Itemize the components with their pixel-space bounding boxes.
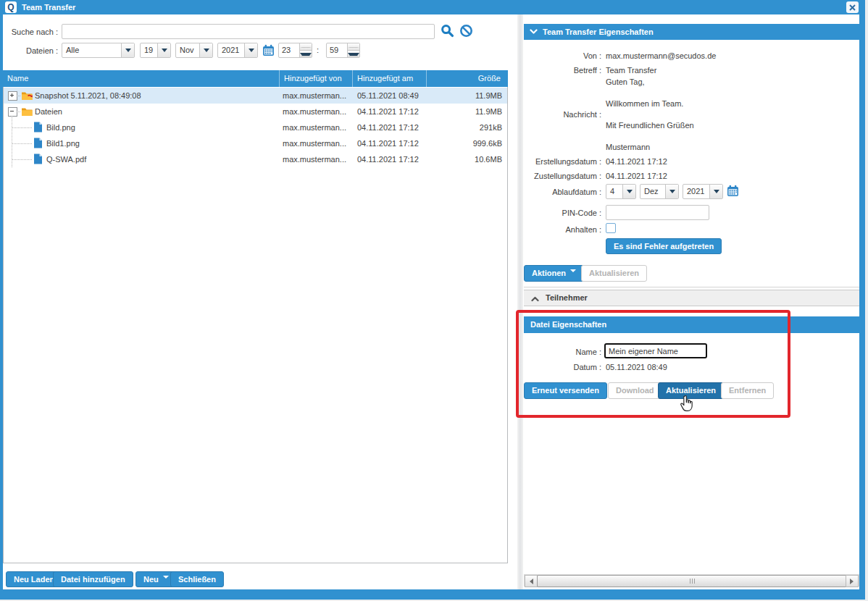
time-separator: : [317, 45, 319, 56]
expiry-label: Ablaufdatum : [524, 187, 601, 198]
spin-up-icon[interactable] [348, 43, 359, 51]
chevron-down-icon [622, 185, 635, 198]
date-picker-button[interactable] [262, 44, 275, 59]
row-size: 11.9MB [426, 104, 502, 119]
chevron-down-icon [157, 43, 170, 57]
pin-label: PIN-Code : [524, 208, 601, 219]
files-filter-value: Alle [62, 43, 121, 57]
update-button[interactable]: Aktualisieren [658, 382, 724, 399]
row-name: Q-SWA.pdf [46, 151, 274, 167]
expiry-day-select[interactable]: 4 [606, 184, 636, 199]
team-transfer-window: Q Team Transfer Suche nach : [0, 0, 865, 600]
pin-input[interactable] [606, 205, 709, 220]
horizontal-scrollbar[interactable] [524, 574, 859, 587]
search-input[interactable] [62, 24, 435, 39]
table-row-file[interactable]: Bild1.png max.musterman... 04.11.2021 17… [4, 135, 507, 151]
chevron-down-icon [530, 29, 538, 35]
year-select[interactable]: 2021 [217, 43, 258, 58]
chevron-down-icon [244, 43, 257, 57]
chevron-up-icon [531, 296, 539, 302]
hour-value: 23 [279, 43, 299, 57]
minute-stepper[interactable]: 59 [326, 43, 360, 58]
panel-splitter[interactable] [517, 14, 523, 589]
scroll-left-button[interactable] [525, 575, 538, 587]
file-table-header: Name Hinzugefügt von Hinzugefügt am Größ… [3, 70, 508, 87]
cancel-icon [459, 24, 473, 38]
spin-up-icon[interactable] [300, 43, 312, 51]
snapshot-folder-icon [21, 91, 33, 101]
properties-section-header[interactable]: Team Transfer Eigenschaften [524, 24, 859, 40]
row-added-at: 05.11.2021 08:49 [357, 88, 428, 104]
from-value: max.mustermann@secudos.de [606, 51, 716, 62]
row-added-at: 04.11.2021 17:12 [357, 119, 428, 135]
close-icon [849, 4, 856, 11]
row-added-at: 04.11.2021 17:12 [357, 104, 428, 119]
expiry-date-picker-button[interactable] [727, 185, 739, 200]
folder-icon [21, 106, 33, 117]
expiry-day-value: 4 [606, 185, 622, 198]
row-added-by: max.musterman... [283, 88, 351, 104]
expiry-year-select[interactable]: 2021 [683, 184, 723, 199]
row-added-by: max.musterman... [283, 135, 351, 151]
screen: Q Team Transfer Suche nach : [0, 0, 868, 601]
table-row-file[interactable]: Q-SWA.pdf max.musterman... 04.11.2021 17… [4, 151, 507, 167]
column-header-size[interactable]: Größe [426, 70, 508, 87]
search-button[interactable] [441, 24, 454, 41]
file-properties-header: Datei Eigenschaften [524, 316, 859, 333]
search-label: Suche nach : [6, 27, 58, 38]
table-row-folder[interactable]: Dateien max.musterman... 04.11.2021 17:1… [4, 104, 507, 119]
row-size: 10.6MB [426, 151, 502, 167]
spin-down-icon[interactable] [300, 51, 312, 57]
column-header-added-at[interactable]: Hinzugefügt am [352, 70, 426, 87]
day-select[interactable]: 19 [140, 43, 171, 58]
row-added-at: 04.11.2021 17:12 [357, 151, 428, 167]
column-header-name[interactable]: Name [3, 70, 279, 87]
actions-menu-button[interactable]: Aktionen [524, 265, 584, 282]
participants-section-header[interactable]: Teilnehmer [524, 290, 859, 306]
row-size: 999.6kB [426, 135, 502, 151]
message-label: Nachricht : [524, 77, 601, 153]
day-value: 19 [141, 43, 157, 57]
year-value: 2021 [218, 43, 244, 57]
delivered-value: 04.11.2021 17:12 [606, 171, 667, 182]
from-label: Von : [524, 51, 601, 62]
section-divider [524, 287, 859, 287]
chevron-down-icon [665, 185, 678, 198]
chevron-down-icon [121, 43, 134, 57]
download-button[interactable]: Download [608, 382, 662, 399]
remove-button[interactable]: Entfernen [721, 382, 774, 399]
close-button[interactable]: Schließen [170, 571, 224, 587]
resend-button[interactable]: Erneut versenden [524, 382, 607, 399]
column-header-added-by[interactable]: Hinzugefügt von [279, 70, 352, 87]
refresh-button[interactable]: Aktualisieren [581, 265, 647, 282]
subject-value: Team Transfer [606, 65, 656, 76]
expiry-month-value: Dez [640, 185, 665, 198]
hold-checkbox[interactable] [606, 223, 616, 233]
month-select[interactable]: Nov [175, 43, 213, 58]
expiry-month-select[interactable]: Dez [640, 184, 679, 199]
scroll-right-button[interactable] [846, 575, 859, 587]
calendar-icon [262, 44, 275, 56]
spin-down-icon[interactable] [348, 51, 359, 57]
add-file-button[interactable]: Datei hinzufügen [53, 571, 133, 587]
table-row-file[interactable]: Bild.png max.musterman... 04.11.2021 17:… [4, 119, 507, 135]
hour-stepper[interactable]: 23 [278, 43, 312, 58]
created-label: Erstellungsdatum : [524, 156, 601, 167]
scrollbar-thumb[interactable] [537, 575, 848, 587]
created-value: 04.11.2021 17:12 [606, 156, 667, 167]
message-value: Guten Tag, Willkommen im Team. Mit Freun… [606, 77, 845, 153]
window-close-button[interactable] [846, 1, 859, 13]
window-title: Team Transfer [22, 2, 75, 12]
row-size: 11.9MB [426, 88, 502, 104]
errors-button[interactable]: Es sind Fehler aufgetreten [606, 238, 722, 254]
window-border-right [859, 14, 865, 589]
clear-search-button[interactable] [459, 24, 473, 41]
arrow-right-icon [850, 579, 856, 584]
chevron-down-icon [709, 185, 722, 198]
file-name-input[interactable] [604, 343, 707, 358]
arrow-left-icon [527, 579, 533, 584]
row-name: Bild1.png [46, 135, 274, 151]
table-row-snapshot[interactable]: Snapshot 5.11.2021, 08:49:08 max.musterm… [4, 88, 507, 104]
file-date-value: 05.11.2021 08:49 [606, 362, 667, 373]
files-filter-select[interactable]: Alle [62, 43, 135, 58]
